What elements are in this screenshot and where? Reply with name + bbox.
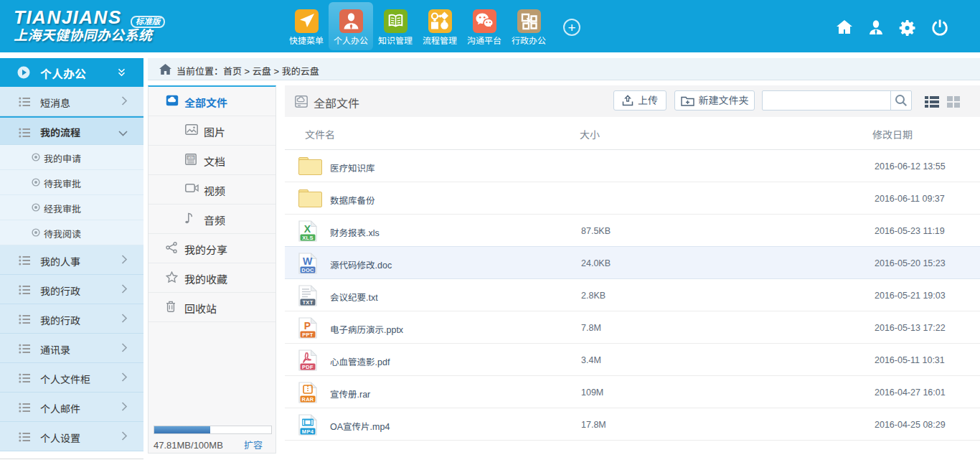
- svg-text:MP4: MP4: [302, 428, 314, 435]
- svg-text:TXT: TXT: [302, 299, 313, 306]
- svg-text:W: W: [303, 255, 313, 267]
- svg-text:X: X: [304, 223, 311, 235]
- svg-text:RAR: RAR: [301, 396, 314, 403]
- svg-text:XLS: XLS: [302, 235, 314, 241]
- svg-text:PDF: PDF: [302, 364, 314, 370]
- svg-text:PPT: PPT: [302, 332, 314, 338]
- svg-text:DOC: DOC: [301, 267, 314, 273]
- svg-text:P: P: [304, 320, 311, 332]
- svg-text:TXT: TXT: [188, 156, 194, 159]
